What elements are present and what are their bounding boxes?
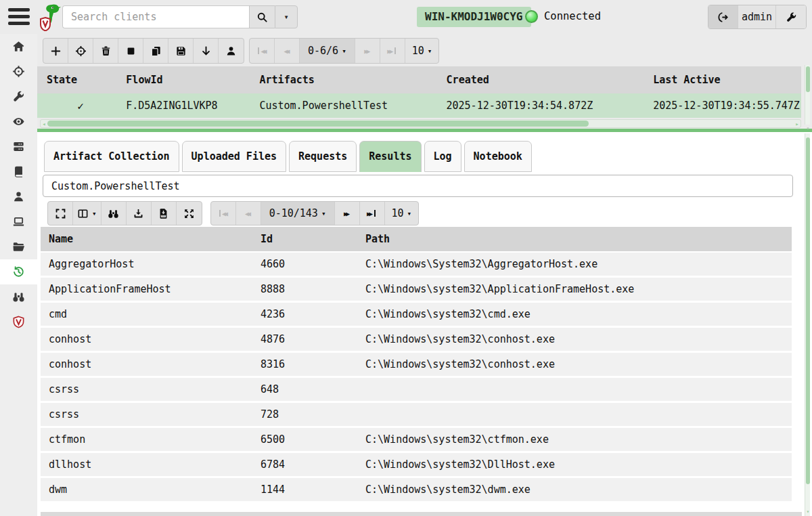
logout-icon (717, 12, 729, 23)
download-button[interactable] (127, 202, 152, 225)
tabs: Artifact CollectionUploaded FilesRequest… (44, 141, 532, 172)
sidebar-item-laptop[interactable] (0, 209, 37, 234)
flows-horizontal-scrollbar[interactable]: ◂ ▸ (40, 119, 801, 128)
page-prev-button[interactable]: ◀◀ (236, 202, 261, 225)
flows-vertical-scrollbar[interactable]: ▾ (805, 65, 810, 125)
trash-button[interactable] (93, 39, 118, 63)
page-last-button[interactable]: ▶▶ (360, 202, 385, 225)
table-row[interactable]: ApplicationFrameHost8888C:\Windows\syste… (41, 278, 792, 301)
tab-log[interactable]: Log (424, 141, 461, 172)
table-row[interactable]: dwm1144C:\Windows\system32\dwm.exe (41, 478, 792, 501)
save-button[interactable] (168, 39, 194, 63)
page-size-dropdown[interactable]: 10▾ (405, 39, 439, 63)
user-settings-button[interactable] (776, 5, 806, 28)
eye-icon (12, 115, 25, 128)
results-vertical-scrollbar[interactable]: ▾ (805, 133, 810, 516)
chevron-down-icon: ▾ (284, 12, 288, 22)
fullscreen-button[interactable] (48, 202, 73, 225)
cell: cmd (41, 308, 261, 320)
velociraptor-logo-icon (38, 3, 62, 31)
page-next-button[interactable]: ▶▶ (355, 39, 380, 63)
connection-status-label: Connected (544, 10, 601, 22)
cell: csrss (41, 383, 261, 395)
client-search: ▾ (62, 5, 298, 28)
sidebar-item-crosshair[interactable] (0, 59, 37, 84)
table-row[interactable]: csrss648 (41, 378, 792, 401)
cell: dllhost (41, 458, 261, 471)
hamburger-menu-icon[interactable] (8, 8, 30, 26)
sidebar-item-folder-open[interactable] (0, 234, 37, 259)
table-row[interactable]: csrss728 (41, 403, 792, 426)
cell: csrss (41, 408, 261, 421)
page-range-dropdown[interactable]: 0-6/6▾ (300, 39, 355, 63)
page-prev-button[interactable]: ◀◀ (275, 39, 300, 63)
scroll-down-icon[interactable]: ▾ (805, 125, 811, 131)
cell: 1144 (261, 483, 365, 496)
binoculars-button[interactable] (102, 202, 127, 225)
search-input[interactable] (62, 5, 249, 28)
scroll-left-icon[interactable]: ◂ (41, 121, 47, 127)
crosshair-icon (75, 45, 87, 57)
sidebar-item-person[interactable] (0, 184, 37, 209)
tab-results[interactable]: Results (359, 141, 421, 172)
table-row[interactable]: dllhost6784C:\Windows\system32\DllHost.e… (41, 453, 792, 476)
svg-text:CSV: CSV (162, 215, 166, 217)
flow-last-active-cell: 2025-12-30T19:34:55.747Z (651, 100, 801, 112)
download-icon (133, 208, 144, 219)
sidebar-item-servers[interactable] (0, 134, 37, 159)
page-next-button[interactable]: ▶▶ (335, 202, 360, 225)
copy-icon (150, 45, 162, 57)
tab-requests[interactable]: Requests (289, 141, 357, 172)
tab-notebook[interactable]: Notebook (464, 141, 532, 172)
expand-button[interactable] (177, 202, 202, 225)
plus-icon (50, 45, 62, 57)
copy-button[interactable] (143, 39, 168, 63)
table-row[interactable]: AggregatorHost4660C:\Windows\System32\Ag… (41, 253, 792, 276)
page-last-button[interactable]: ▶▶ (380, 39, 405, 63)
table-row[interactable]: cmd4236C:\Windows\system32\cmd.exe (41, 303, 792, 326)
arrow-down-button[interactable] (194, 39, 219, 63)
artifact-select-input[interactable] (43, 175, 793, 197)
scrollbar-thumb[interactable] (806, 66, 810, 92)
logout-button[interactable] (708, 5, 738, 28)
results-horizontal-scrollbar[interactable] (41, 512, 802, 516)
crosshair-button[interactable] (68, 39, 93, 63)
search-button[interactable] (249, 5, 275, 28)
sidebar-item-binoculars[interactable] (0, 284, 37, 309)
sidebar-item-wrench[interactable] (0, 84, 37, 109)
scroll-down-icon[interactable]: ▾ (805, 509, 811, 515)
connection-status-icon (525, 10, 538, 23)
person-button[interactable] (219, 39, 244, 63)
binoculars-icon (12, 291, 25, 303)
tab-artifact-collection[interactable]: Artifact Collection (44, 141, 179, 172)
home-icon (12, 40, 25, 53)
caret-down-icon: ▾ (407, 209, 412, 218)
arrow-down-icon (200, 45, 212, 57)
scrollbar-thumb[interactable] (47, 121, 589, 127)
crosshair-icon (12, 65, 25, 78)
sidebar-item-history[interactable] (0, 259, 37, 284)
sidebar-item-book[interactable] (0, 159, 37, 184)
tab-uploaded-files[interactable]: Uploaded Files (182, 141, 286, 172)
page-first-button[interactable]: ◀◀ (211, 202, 236, 225)
stop-button[interactable] (118, 39, 143, 63)
search-options-button[interactable]: ▾ (275, 5, 298, 28)
scrollbar-thumb[interactable] (806, 137, 810, 484)
table-row[interactable]: conhost4876C:\Windows\system32\conhost.e… (41, 328, 792, 351)
columns-button[interactable]: ▾ (73, 202, 102, 225)
plus-button[interactable] (43, 39, 68, 63)
sidebar-item-home[interactable] (0, 34, 37, 59)
sidebar-item-shield-v[interactable] (0, 309, 37, 335)
sidebar-item-eye[interactable] (0, 109, 37, 134)
flow-row-selected[interactable]: ✓ F.D5A2ING1LVKP8 Custom.PowershellTest … (37, 93, 801, 118)
table-row[interactable]: conhost8316C:\Windows\system32\conhost.e… (41, 353, 792, 376)
csv-button[interactable]: CSV (152, 202, 177, 225)
client-id-badge[interactable]: WIN-KMODJ1W0CYG (417, 7, 531, 27)
page-size-dropdown[interactable]: 10▾ (385, 202, 419, 225)
scroll-right-icon[interactable]: ▸ (794, 121, 800, 127)
page-range-dropdown[interactable]: 0-10/143▾ (261, 202, 335, 225)
username-label[interactable]: admin (738, 5, 776, 28)
flow-details-panel: Artifact CollectionUploaded FilesRequest… (37, 132, 812, 516)
table-row[interactable]: ctfmon6500C:\Windows\system32\ctfmon.exe (41, 428, 792, 451)
page-first-button[interactable]: ◀◀ (250, 39, 275, 63)
